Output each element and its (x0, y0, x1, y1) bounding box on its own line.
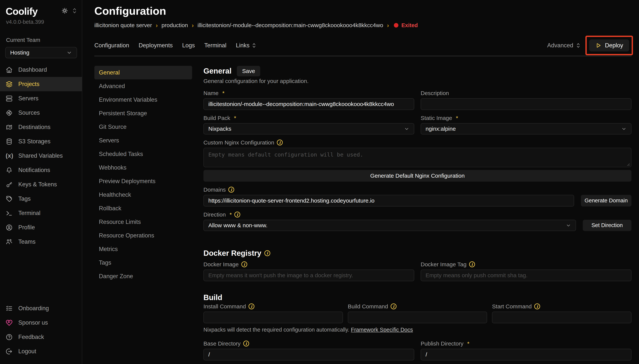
sidebar-item-s3-storages[interactable]: S3 Storages (0, 134, 82, 148)
general-heading: General (203, 67, 232, 75)
info-icon[interactable] (264, 250, 270, 256)
info-icon[interactable] (534, 304, 540, 309)
git-source-icon (6, 110, 13, 116)
description-input[interactable] (421, 98, 631, 110)
sidebar-item-feedback[interactable]: Feedback (0, 330, 82, 344)
info-icon[interactable] (243, 340, 249, 346)
static-image-value: nginx:alpine (426, 126, 456, 132)
domains-input[interactable] (203, 195, 574, 206)
sidebar-item-servers[interactable]: Servers (0, 91, 82, 106)
sidebar-item-onboarding[interactable]: Onboarding (0, 301, 82, 316)
chevron-down-icon (566, 223, 571, 228)
subnav-item-rollback[interactable]: Rollback (94, 202, 192, 215)
build-command-input[interactable] (348, 312, 487, 323)
tab-deployments[interactable]: Deployments (139, 42, 173, 49)
sidebar-item-label: Notifications (18, 167, 50, 174)
docker-image-tag-input[interactable] (421, 270, 631, 281)
tab-logs[interactable]: Logs (182, 42, 195, 49)
sidebar-item-label: Onboarding (18, 305, 49, 312)
advanced-label: Advanced (547, 42, 573, 49)
subnav-item-resource-limits[interactable]: Resource Limits (94, 215, 192, 229)
info-icon[interactable] (469, 262, 475, 267)
tab-links-label: Links (236, 42, 250, 49)
publish-directory-input[interactable] (421, 349, 631, 360)
subnav-item-general[interactable]: General (94, 66, 192, 80)
breadcrumb-environment[interactable]: production (162, 22, 188, 28)
direction-select[interactable]: Allow www & non-www. (203, 220, 576, 231)
subnav-item-webhooks[interactable]: Webhooks (94, 161, 192, 174)
sidebar-item-dashboard[interactable]: Dashboard (0, 62, 82, 77)
sidebar-item-teams[interactable]: Teams (0, 234, 82, 249)
build-pack-select[interactable]: Nixpacks (203, 123, 414, 134)
sidebar-item-profile[interactable]: Profile (0, 220, 82, 234)
info-icon[interactable] (228, 187, 234, 192)
subnav-item-resource-operations[interactable]: Resource Operations (94, 229, 192, 242)
app-logo: Coolify (6, 6, 38, 16)
subnav-item-tags[interactable]: Tags (94, 256, 192, 270)
subnav-item-advanced[interactable]: Advanced (94, 80, 192, 93)
sidebar-item-label: Sources (18, 110, 40, 116)
sidebar-item-shared-variables[interactable]: (x) Shared Variables (0, 148, 82, 163)
sidebar-item-terminal[interactable]: Terminal (0, 206, 82, 220)
base-directory-label: Base Directory (203, 340, 414, 347)
sidebar-item-projects[interactable]: Projects (0, 77, 82, 91)
deploy-button[interactable]: Deploy (589, 40, 629, 52)
tab-terminal[interactable]: Terminal (204, 42, 226, 49)
subnav-item-healthcheck[interactable]: Healthcheck (94, 188, 192, 202)
sidebar-item-label: Projects (18, 81, 40, 88)
subnav-item-danger-zone[interactable]: Danger Zone (94, 270, 192, 283)
subnav-item-metrics[interactable]: Metrics (94, 242, 192, 256)
sidebar-item-label: Keys & Tokens (18, 181, 57, 188)
name-input[interactable] (203, 98, 414, 110)
set-direction-button[interactable]: Set Direction (583, 220, 631, 231)
publish-directory-label: Publish Directory* (421, 340, 631, 347)
subnav-item-git-source[interactable]: Git Source (94, 120, 192, 134)
users-icon (6, 238, 13, 245)
tab-configuration[interactable]: Configuration (94, 42, 129, 49)
build-heading: Build (203, 293, 631, 302)
sidebar-item-notifications[interactable]: Notifications (0, 163, 82, 177)
sidebar-item-label: Destinations (18, 124, 51, 130)
sidebar-item-destinations[interactable]: Destinations (0, 120, 82, 134)
info-icon[interactable] (241, 262, 247, 267)
base-directory-input[interactable] (203, 349, 414, 360)
breadcrumb-application[interactable]: illicitestonion/-module--decomposition:m… (198, 22, 383, 28)
advanced-dropdown[interactable]: Advanced (547, 42, 580, 49)
docker-image-label: Docker Image (203, 261, 414, 268)
sidebar-item-logout[interactable]: Logout (0, 344, 82, 358)
sidebar-item-label: Dashboard (18, 66, 47, 73)
info-icon[interactable] (234, 212, 240, 218)
info-icon[interactable] (277, 140, 283, 146)
save-button[interactable]: Save (237, 66, 260, 76)
breadcrumb-project[interactable]: illicitonion quote server (94, 22, 152, 28)
team-select[interactable]: Hosting (5, 47, 77, 58)
subnav-item-preview-deployments[interactable]: Preview Deployments (94, 174, 192, 188)
chevron-right-icon: › (192, 22, 194, 29)
start-command-input[interactable] (492, 312, 631, 323)
framework-docs-link[interactable]: Framework Specific Docs (351, 327, 413, 333)
subnav-item-scheduled-tasks[interactable]: Scheduled Tasks (94, 147, 192, 161)
sidebar-item-keys-tokens[interactable]: Keys & Tokens (0, 177, 82, 192)
static-image-select[interactable]: nginx:alpine (421, 123, 631, 134)
subnav-item-persistent-storage[interactable]: Persistent Storage (94, 106, 192, 120)
generate-nginx-config-button[interactable]: Generate Default Nginx Configuration (203, 170, 631, 182)
subnav-item-servers[interactable]: Servers (94, 134, 192, 147)
info-icon[interactable] (249, 304, 254, 309)
theme-toggle-sun-icon[interactable] (62, 8, 68, 14)
sidebar-item-tags[interactable]: Tags (0, 192, 82, 206)
docker-image-input[interactable] (203, 270, 414, 281)
subnav-item-environment-variables[interactable]: Environment Variables (94, 93, 192, 106)
terminal-icon (6, 210, 13, 217)
sidebar-item-sources[interactable]: Sources (0, 106, 82, 120)
custom-nginx-label: Custom Nginx Configuration (203, 140, 631, 146)
resize-handle-icon[interactable] (626, 162, 630, 166)
info-icon[interactable] (391, 304, 396, 309)
sidebar-item-sponsor-us[interactable]: Sponsor us (0, 316, 82, 330)
generate-domain-button[interactable]: Generate Domain (581, 195, 631, 206)
custom-nginx-textarea[interactable] (203, 148, 631, 167)
install-command-input[interactable] (203, 312, 343, 323)
sidebar-collapse-chevrons-icon[interactable] (72, 8, 77, 14)
tab-links[interactable]: Links (236, 42, 256, 49)
sidebar: Coolify v4.0.0-beta.399 Current Team Hos… (0, 0, 82, 364)
sidebar-item-label: Tags (18, 196, 31, 202)
